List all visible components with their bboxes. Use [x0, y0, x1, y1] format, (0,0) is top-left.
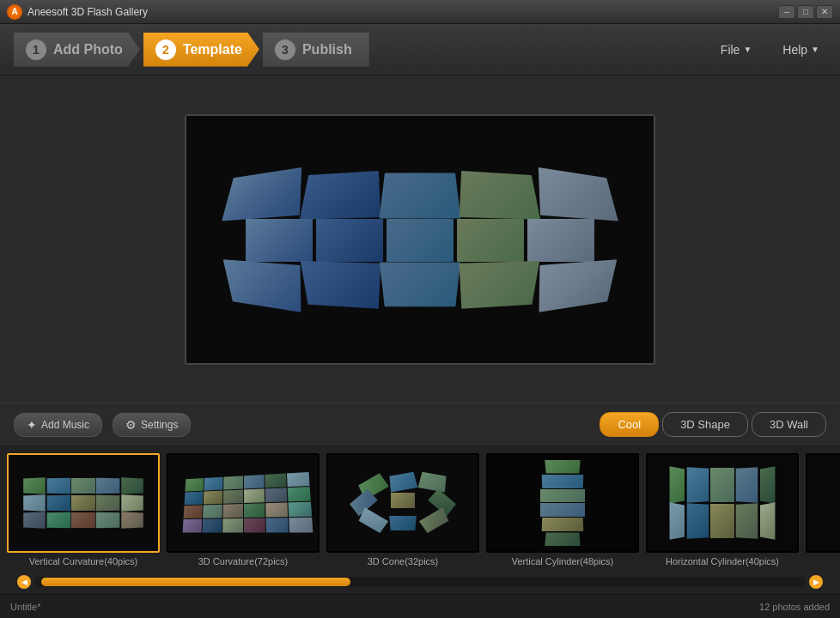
thumb-img-3d-cone	[326, 453, 479, 553]
scrollbar-area: ◀ ▶	[0, 572, 840, 594]
step3-num: 3	[275, 39, 295, 60]
tab-cool[interactable]: Cool	[600, 412, 659, 437]
thumb-img-vertical-cylinder	[486, 453, 639, 553]
gallery-row-2	[246, 219, 594, 262]
gallery-thumb	[380, 262, 460, 306]
scroll-right-button[interactable]: ▶	[809, 575, 823, 589]
thumb-label-2: 3D Curvature(72pics)	[198, 556, 289, 566]
thumb-img-3d	[806, 453, 840, 553]
gallery-thumb	[380, 173, 461, 218]
gallery-thumb	[301, 261, 381, 309]
template-tabs: Cool 3D Shape 3D Wall	[600, 412, 826, 437]
app-icon: A	[7, 4, 22, 20]
settings-button[interactable]: ⚙ Settings	[113, 413, 191, 437]
template-thumb-horizontal-cylinder[interactable]: Horizontal Cylinder(40pics)	[646, 453, 799, 566]
step-publish[interactable]: 3 Publish	[263, 33, 369, 67]
template-thumb-3d-cone[interactable]: 3D Cone(32pics)	[326, 453, 479, 566]
navbar: 1 Add Photo 2 Template 3 Publish File ▼ …	[0, 24, 840, 76]
statusbar: Untitle* 12 photos added	[0, 594, 840, 618]
template-thumb-vertical-cylinder[interactable]: Vertical Cylinder(48pics)	[486, 453, 639, 566]
main-content: ✦ Add Music ⚙ Settings Cool 3D Shape 3D …	[0, 76, 840, 594]
nav-right-menu: File ▼ Help ▼	[714, 39, 826, 60]
scroll-track[interactable]	[34, 577, 806, 587]
template-thumb-vertical-curvature[interactable]: Vertical Curvature(40pics)	[7, 453, 160, 566]
untitled-label: Untitle*	[10, 602, 40, 612]
photos-added-label: 12 photos added	[759, 602, 830, 612]
gallery-thumb	[223, 259, 301, 312]
thumb-img-vertical-curvature	[7, 453, 160, 553]
toolbar: ✦ Add Music ⚙ Settings Cool 3D Shape 3D …	[0, 403, 840, 445]
thumb-label-4: Vertical Cylinder(48pics)	[512, 556, 614, 566]
add-music-button[interactable]: ✦ Add Music	[14, 413, 102, 437]
gallery-thumb	[539, 259, 618, 312]
gallery-thumb	[387, 219, 453, 262]
step-add-photo[interactable]: 1 Add Photo	[14, 33, 140, 67]
nav-steps: 1 Add Photo 2 Template 3 Publish	[14, 33, 714, 67]
gallery-thumb	[457, 219, 524, 262]
gallery-thumb	[527, 219, 594, 262]
window-controls: – □ ✕	[778, 5, 833, 19]
step1-num: 1	[26, 39, 46, 60]
step2-label: Template	[183, 42, 242, 58]
file-menu-button[interactable]: File ▼	[714, 39, 758, 60]
restore-button[interactable]: □	[797, 5, 814, 19]
scroll-left-button[interactable]: ◀	[17, 575, 31, 589]
close-button[interactable]: ✕	[816, 5, 833, 19]
thumbnails-strip: Vertical Curvature(40pics)	[0, 445, 840, 572]
gallery-thumb	[300, 170, 380, 219]
gallery-thumb	[316, 219, 383, 262]
step1-label: Add Photo	[53, 42, 123, 58]
settings-icon: ⚙	[125, 418, 137, 432]
tab-3d-wall[interactable]: 3D Wall	[752, 412, 826, 437]
gallery-thumb	[460, 261, 540, 309]
gallery-thumb	[539, 167, 618, 221]
help-menu-arrow: ▼	[811, 45, 819, 54]
thumb-img-horizontal-cylinder	[646, 453, 799, 553]
scroll-thumb[interactable]	[41, 578, 350, 586]
preview-frame	[185, 114, 655, 365]
thumb-label-1: Vertical Curvature(40pics)	[29, 556, 138, 566]
gallery-thumb	[460, 170, 540, 219]
help-menu-button[interactable]: Help ▼	[776, 39, 826, 60]
titlebar: A Aneesoft 3D Flash Gallery – □ ✕	[0, 0, 840, 24]
gallery-thumb	[246, 219, 313, 262]
step3-label: Publish	[302, 42, 352, 58]
app-title: Aneesoft 3D Flash Gallery	[27, 6, 778, 18]
thumb-label-5: Horizontal Cylinder(40pics)	[666, 556, 779, 566]
music-icon: ✦	[27, 418, 37, 432]
minimize-button[interactable]: –	[778, 5, 795, 19]
gallery-row-1	[219, 170, 621, 218]
gallery-thumb	[222, 167, 301, 221]
tab-3d-shape[interactable]: 3D Shape	[662, 412, 748, 437]
thumb-img-3d-curvature	[167, 453, 320, 553]
step2-num: 2	[155, 39, 176, 60]
file-menu-arrow: ▼	[743, 45, 752, 54]
preview-area	[0, 76, 840, 403]
thumb-label-3: 3D Cone(32pics)	[368, 556, 439, 566]
gallery-row-3	[220, 262, 619, 309]
gallery-preview	[186, 116, 654, 363]
step-template[interactable]: 2 Template	[143, 33, 259, 67]
template-thumb-3d-curvature[interactable]: 3D Curvature(72pics)	[167, 453, 320, 566]
template-thumb-3d[interactable]: 3D	[806, 453, 840, 566]
